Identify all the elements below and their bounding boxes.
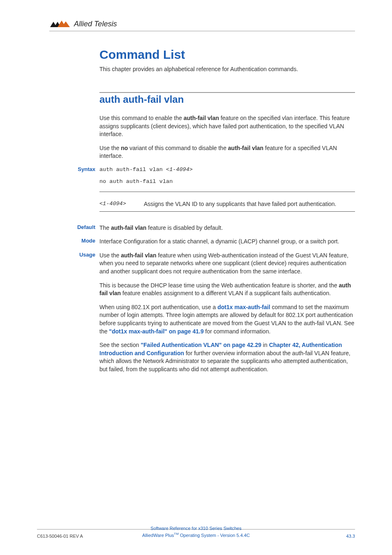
link-dot1x-cmd[interactable]: dot1x max-auth-fail <box>217 304 270 310</box>
syntax-line-1: auth auth-fail vlan <1-4094> <box>99 166 355 174</box>
section-intro: This chapter provides an alphabetical re… <box>99 66 355 72</box>
mode-text: Interface Configuration for a static cha… <box>99 238 355 246</box>
footer-pagenum: 43.3 <box>346 534 355 539</box>
usage-para-4: See the section "Failed Authentication V… <box>99 341 355 373</box>
syntax-block: Syntax auth auth-fail vlan <1-4094> no a… <box>99 166 355 186</box>
command-title: auth auth-fail vlan <box>99 94 355 105</box>
syntax-line-2: no auth auth-fail vlan <box>99 178 355 186</box>
link-dot1x-ref[interactable]: "dot1x max-auth-fail" on page 41.9 <box>109 328 203 335</box>
default-block: Default The auth-fail vlan feature is di… <box>99 224 355 232</box>
footer-center: Software Reference for x310 Series Switc… <box>142 525 250 539</box>
section-title: Command List <box>99 48 355 62</box>
page-footer: C613-50046-01 REV A Software Reference f… <box>37 529 355 539</box>
usage-para-3: When using 802.1X port authentication, u… <box>99 303 355 335</box>
footer-docid: C613-50046-01 REV A <box>37 534 83 539</box>
mode-label: Mode <box>70 238 95 244</box>
param-key: <1-4094> <box>99 200 136 208</box>
header-divider <box>49 31 355 31</box>
usage-block: Usage Use the auth-fail vlan feature whe… <box>99 252 355 374</box>
usage-label: Usage <box>70 252 95 258</box>
syntax-label: Syntax <box>70 166 95 172</box>
param-bottom-rule <box>99 211 355 212</box>
usage-para-1: Use the auth-fail vlan feature when usin… <box>99 252 355 276</box>
brand-name: Allied Telesis <box>74 20 117 28</box>
parameter-table: <1-4094> Assigns the VLAN ID to any supp… <box>99 192 355 212</box>
usage-para-2: This is because the DHCP lease time usin… <box>99 282 355 298</box>
link-failed-auth-vlan[interactable]: "Failed Authentication VLAN" on page 42.… <box>141 342 261 348</box>
footer-line2: AlliedWare PlusTM Operating System - Ver… <box>142 532 250 539</box>
default-label: Default <box>70 224 95 230</box>
brand-logo <box>49 21 71 28</box>
param-top-rule <box>99 192 355 192</box>
default-text: The auth-fail vlan feature is disabled b… <box>99 224 355 232</box>
command-description-1: Use this command to enable the auth-fail… <box>99 114 355 139</box>
param-row: <1-4094> Assigns the VLAN ID to any supp… <box>99 199 355 209</box>
brand-header: Allied Telesis <box>37 20 355 28</box>
mode-block: Mode Interface Configuration for a stati… <box>99 238 355 246</box>
footer-line1: Software Reference for x310 Series Switc… <box>142 525 250 532</box>
param-description: Assigns the VLAN ID to any supplicants t… <box>144 200 337 208</box>
command-divider <box>99 92 355 93</box>
command-description-2: Use the no variant of this command to di… <box>99 144 355 160</box>
